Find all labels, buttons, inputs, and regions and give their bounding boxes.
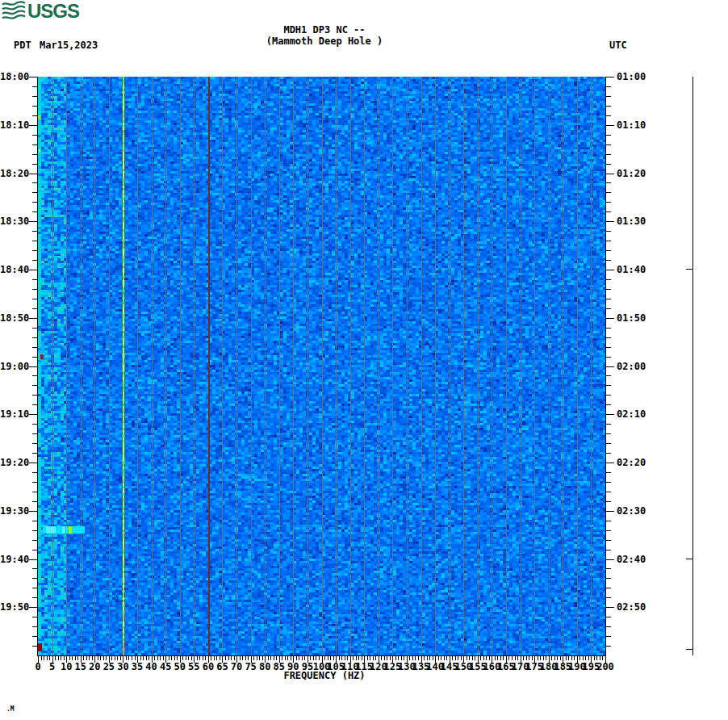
x-axis-tick bbox=[72, 656, 73, 660]
right-axis-tick bbox=[605, 231, 611, 232]
x-axis-tick bbox=[554, 656, 555, 660]
x-axis-tick bbox=[441, 656, 441, 660]
right-axis-label: 02:00 bbox=[617, 362, 646, 372]
x-axis-label: 5 bbox=[49, 662, 55, 672]
right-axis-tick bbox=[605, 568, 611, 569]
x-axis-tick bbox=[58, 656, 59, 660]
right-axis-tick bbox=[605, 164, 611, 165]
usgs-logo: USGS bbox=[2, 1, 79, 22]
x-axis-label: 35 bbox=[132, 662, 143, 672]
x-axis-tick bbox=[596, 656, 597, 660]
left-axis-tick bbox=[32, 154, 38, 155]
x-axis-tick bbox=[61, 656, 61, 660]
x-axis-tick bbox=[240, 656, 241, 660]
x-axis-tick bbox=[92, 656, 93, 660]
x-axis-tick bbox=[469, 656, 470, 660]
left-axis-tick bbox=[32, 385, 38, 386]
right-axis-tick bbox=[605, 337, 611, 338]
x-axis-tick bbox=[149, 656, 149, 660]
left-axis-tick bbox=[29, 414, 38, 415]
x-axis-label: 50 bbox=[174, 662, 186, 672]
x-axis-tick bbox=[347, 656, 348, 660]
x-axis-tick bbox=[404, 656, 404, 660]
x-axis-label: 55 bbox=[188, 662, 199, 672]
right-axis-tick bbox=[605, 106, 611, 107]
x-axis-tick bbox=[571, 656, 572, 660]
x-axis-label: 0 bbox=[35, 662, 40, 672]
x-axis-tick bbox=[381, 656, 382, 660]
x-axis-tick bbox=[515, 656, 516, 660]
left-axis-tick bbox=[32, 308, 38, 309]
x-axis-label: 15 bbox=[74, 662, 86, 672]
left-axis-label: 18:40 bbox=[0, 265, 29, 275]
x-axis-tick bbox=[268, 656, 269, 660]
left-axis-tick bbox=[29, 559, 38, 560]
left-axis-label: 19:10 bbox=[0, 409, 29, 420]
x-axis-tick bbox=[508, 656, 509, 660]
x-axis-tick bbox=[313, 656, 314, 660]
right-axis-label: 02:20 bbox=[617, 458, 646, 468]
right-axis-label: 02:10 bbox=[617, 409, 646, 420]
x-axis-tick bbox=[585, 656, 586, 660]
left-axis-tick bbox=[32, 135, 38, 136]
x-axis-tick bbox=[588, 656, 589, 660]
x-axis-tick bbox=[135, 656, 136, 660]
x-axis-tick bbox=[276, 656, 277, 660]
x-axis-tick bbox=[398, 656, 399, 660]
x-axis-tick bbox=[418, 656, 419, 660]
left-axis-tick bbox=[32, 182, 38, 183]
right-axis-tick bbox=[605, 77, 614, 77]
right-axis-tick bbox=[605, 501, 611, 502]
x-axis-tick bbox=[140, 656, 141, 660]
x-axis-tick bbox=[160, 656, 161, 660]
right-axis-label: 02:30 bbox=[617, 506, 646, 517]
x-axis-tick bbox=[177, 656, 178, 660]
x-axis-tick bbox=[302, 656, 303, 660]
left-axis-tick bbox=[32, 588, 38, 588]
right-axis-label: 01:40 bbox=[617, 265, 646, 275]
left-axis-tick bbox=[32, 202, 38, 203]
x-axis-tick bbox=[98, 656, 98, 660]
x-axis-tick bbox=[100, 656, 101, 660]
x-axis-tick bbox=[169, 656, 169, 660]
x-axis-tick bbox=[532, 656, 533, 660]
left-axis-label: 19:40 bbox=[0, 555, 29, 565]
x-axis-tick bbox=[211, 656, 211, 660]
x-axis-tick bbox=[291, 656, 291, 660]
right-axis-tick bbox=[605, 626, 611, 627]
left-axis-tick bbox=[32, 260, 38, 261]
spectrogram-canvas bbox=[38, 77, 605, 655]
x-axis-tick bbox=[362, 656, 362, 660]
x-axis-tick bbox=[353, 656, 354, 660]
left-axis-tick bbox=[32, 453, 38, 454]
x-axis-tick bbox=[358, 656, 359, 660]
x-axis-tick bbox=[395, 656, 396, 660]
right-axis-tick bbox=[605, 597, 611, 598]
x-axis-tick bbox=[461, 656, 462, 660]
left-axis-tick bbox=[29, 270, 38, 270]
x-axis-tick bbox=[203, 656, 203, 660]
right-axis-tick bbox=[605, 241, 611, 241]
x-axis-tick bbox=[467, 656, 467, 660]
x-axis-tick bbox=[55, 656, 56, 660]
left-axis-tick bbox=[32, 211, 38, 212]
x-axis-tick bbox=[373, 656, 374, 660]
left-axis-tick bbox=[32, 144, 38, 145]
right-axis-tick bbox=[605, 482, 611, 483]
left-axis-tick bbox=[29, 318, 38, 319]
right-axis-tick bbox=[605, 211, 611, 212]
right-axis-tick bbox=[605, 433, 611, 434]
x-axis-tick bbox=[557, 656, 558, 660]
left-axis-tick bbox=[29, 77, 38, 77]
chart-subtitle: (Mammoth Deep Hole ) bbox=[266, 36, 383, 47]
x-axis-tick bbox=[188, 656, 189, 660]
left-axis-tick bbox=[32, 472, 38, 473]
timezone-left-label: PDT bbox=[14, 40, 31, 51]
x-axis-tick bbox=[339, 656, 340, 660]
right-axis-tick bbox=[605, 182, 611, 183]
x-axis-tick bbox=[205, 656, 206, 660]
right-axis-label: 01:00 bbox=[617, 72, 646, 82]
x-axis-tick bbox=[41, 656, 42, 660]
right-axis-tick bbox=[605, 395, 611, 396]
right-axis-tick bbox=[605, 96, 611, 97]
